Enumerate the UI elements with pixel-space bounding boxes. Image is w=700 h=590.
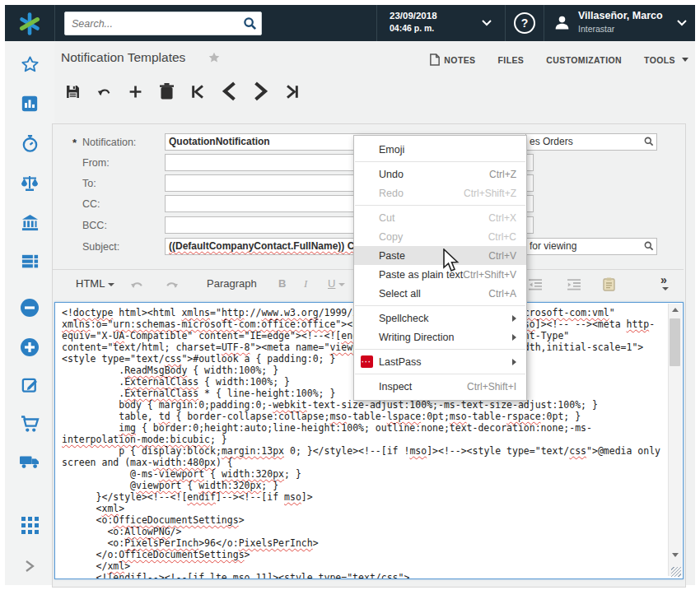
italic-button[interactable]: I <box>304 277 307 290</box>
sidebar-item-cart[interactable] <box>5 414 54 434</box>
screen-value: es Orders <box>530 136 573 147</box>
chevron-down-icon <box>482 20 492 26</box>
menu-item-label: Undo <box>379 169 489 180</box>
editor-redo-button[interactable] <box>165 279 179 291</box>
stopwatch-icon <box>21 134 40 153</box>
menu-item-label: Paste as plain text <box>379 269 463 281</box>
current-time: 04:46 p. m. <box>390 23 434 33</box>
cart-icon <box>20 414 40 434</box>
link-format-lookup-field[interactable]: for viewing <box>525 238 657 255</box>
previous-record-button[interactable] <box>222 85 236 99</box>
menu-item-select-all[interactable]: Select allCtrl+A <box>354 284 526 303</box>
bold-button[interactable]: B <box>278 277 286 290</box>
more-chevrons-label: » <box>660 273 667 286</box>
sidebar-item-dashboards[interactable] <box>5 95 54 113</box>
user-menu[interactable]: Villaseñor, Marco Interastar <box>544 5 695 41</box>
tools-label: TOOLS <box>644 55 675 65</box>
paragraph-style-dropdown[interactable]: Paragraph <box>207 277 257 290</box>
sidebar-item-plus[interactable] <box>5 337 54 357</box>
lookup-magnifier-icon[interactable] <box>644 241 654 251</box>
sidebar-item-apps[interactable] <box>5 517 54 534</box>
save-button[interactable] <box>66 85 80 99</box>
add-button[interactable] <box>128 85 142 99</box>
underline-button[interactable]: U <box>328 277 345 290</box>
menu-item-label: LastPass <box>379 356 512 368</box>
user-icon <box>553 14 571 31</box>
note-page-icon <box>430 53 440 66</box>
more-tools-button[interactable]: » <box>660 273 669 290</box>
search-input[interactable] <box>70 14 238 33</box>
menu-item-redo[interactable]: RedoCtrl+Shift+Z <box>354 184 526 202</box>
context-menu: EmojiUndoCtrl+ZRedoCtrl+Shift+ZCutCtrl+X… <box>353 135 527 401</box>
tools-menu[interactable]: TOOLS <box>644 55 688 65</box>
lookup-magnifier-icon[interactable] <box>644 137 654 146</box>
sidebar-item-shipments[interactable] <box>5 453 54 470</box>
indent-button[interactable] <box>567 279 581 293</box>
help-button[interactable]: ? <box>505 5 544 41</box>
outdent-button[interactable] <box>529 279 542 293</box>
menu-item-label: Spellcheck <box>379 313 512 324</box>
sidebar-item-time[interactable] <box>5 134 54 153</box>
menu-item-writing-direction[interactable]: Writing Direction <box>354 328 526 346</box>
cancel-undo-button[interactable] <box>97 85 111 99</box>
search-icon[interactable] <box>243 16 257 30</box>
next-record-button[interactable] <box>254 85 268 99</box>
sidebar-item-favorites[interactable] <box>5 55 54 74</box>
editor-mode-dropdown[interactable]: HTML <box>76 277 114 290</box>
minus-circle-icon <box>20 298 40 318</box>
menu-item-shortcut: Ctrl+C <box>488 231 516 243</box>
editor-scrollbar[interactable] <box>668 304 682 576</box>
app-logo-icon[interactable] <box>17 12 42 36</box>
header-links: NOTES FILES CUSTOMIZATION TOOLS <box>430 53 688 66</box>
notification-label: Notification: <box>82 137 136 148</box>
submenu-arrow-icon <box>512 334 516 341</box>
help-icon[interactable]: ? <box>514 12 535 34</box>
menu-item-label: Redo <box>379 188 464 199</box>
date-time-selector[interactable]: 23/09/2018 04:46 p. m. <box>376 5 505 41</box>
triangle-up-icon <box>672 308 679 312</box>
sidebar-item-banking[interactable] <box>5 213 54 232</box>
search-box[interactable] <box>64 12 262 35</box>
files-link[interactable]: FILES <box>498 55 525 65</box>
menu-item-cut[interactable]: CutCtrl+X <box>354 208 526 227</box>
scrollbar-thumb[interactable] <box>670 318 680 366</box>
sidebar-item-data-views[interactable] <box>5 252 54 271</box>
menu-item-paste-as-plain-text[interactable]: Paste as plain textCtrl+Shift+V <box>354 265 526 284</box>
delete-button[interactable] <box>160 85 174 99</box>
plus-circle-icon <box>20 337 40 357</box>
menu-item-copy[interactable]: CopyCtrl+C <box>354 227 526 246</box>
menu-item-shortcut: Ctrl+Shift+Z <box>464 188 516 199</box>
favorite-star-icon[interactable] <box>208 51 221 64</box>
menu-item-paste[interactable]: PasteCtrl+V <box>354 246 526 265</box>
customization-link[interactable]: CUSTOMIZATION <box>546 55 622 65</box>
menu-item-spellcheck[interactable]: Spellcheck <box>354 309 526 328</box>
menu-item-lastpass[interactable]: ···LastPass <box>354 352 526 371</box>
editor-undo-button[interactable] <box>130 279 144 291</box>
scroll-up-button[interactable] <box>669 304 682 316</box>
sidebar-item-minus[interactable] <box>5 298 54 318</box>
sidebar-item-edit[interactable] <box>5 375 54 394</box>
divider <box>54 5 55 41</box>
menu-item-emoji[interactable]: Emoji <box>354 140 526 159</box>
menu-item-inspect[interactable]: InspectCtrl+Shift+I <box>354 377 526 396</box>
data-rows-icon <box>21 252 40 271</box>
menu-item-undo[interactable]: UndoCtrl+Z <box>354 165 526 184</box>
subject-value: ((DefaultCompanyContact.FullName)) C <box>169 240 354 252</box>
files-label: FILES <box>498 55 525 65</box>
paste-button[interactable] <box>603 277 615 294</box>
apps-grid-icon <box>21 517 39 534</box>
first-record-button[interactable] <box>191 85 205 99</box>
last-record-button[interactable] <box>285 85 299 99</box>
bar-chart-icon <box>21 95 39 113</box>
sidebar-expand-button[interactable] <box>5 560 54 573</box>
sidebar-item-balances[interactable] <box>5 174 54 193</box>
menu-item-gutter: ··· <box>354 355 379 368</box>
screen-lookup-field[interactable]: es Orders <box>525 133 657 151</box>
chevron-down-icon <box>662 287 669 290</box>
notification-value: QuotationNotification <box>169 136 270 147</box>
resize-grip[interactable] <box>671 567 681 577</box>
indent-icon <box>567 279 581 290</box>
scroll-down-button[interactable] <box>669 549 682 561</box>
menu-item-shortcut: Ctrl+Z <box>489 169 516 180</box>
notes-link[interactable]: NOTES <box>430 53 475 66</box>
